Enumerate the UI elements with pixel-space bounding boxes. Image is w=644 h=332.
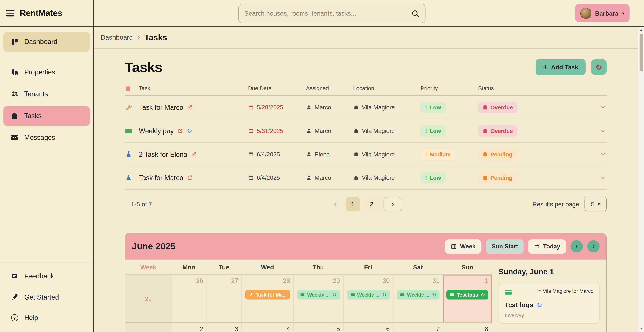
calendar-day-cell[interactable]: 3 xyxy=(206,322,242,332)
credit-card-icon xyxy=(125,127,139,134)
external-link-icon[interactable] xyxy=(178,128,183,134)
week-number xyxy=(125,322,171,332)
credit-card-icon xyxy=(400,292,404,297)
task-title: 2 Task for Elena xyxy=(139,150,187,158)
sidebar-divider xyxy=(0,262,93,262)
calendar-prev-button[interactable]: ‹ xyxy=(570,240,583,252)
chevron-down-icon[interactable] xyxy=(590,174,606,181)
sun-start-button[interactable]: Sun Start xyxy=(486,239,524,254)
event-card[interactable]: In Vila Magiore for Marco Test logs ↻ nw… xyxy=(499,282,600,323)
calendar-day-cell[interactable]: 5 xyxy=(293,322,343,332)
scrollbar[interactable]: ▲ ▼ xyxy=(638,27,644,332)
search-icon[interactable] xyxy=(411,9,419,18)
page-button-1[interactable]: 1 xyxy=(346,197,360,211)
sidebar-item-properties[interactable]: Properties xyxy=(3,62,90,82)
day-header-sun: Sun xyxy=(443,260,492,274)
event-context: In Vila Magiore for Marco xyxy=(516,288,594,295)
sidebar-item-tasks[interactable]: Tasks xyxy=(3,106,90,126)
calendar-day-cell[interactable]: 2 xyxy=(171,322,206,332)
next-page-button[interactable]: › xyxy=(384,197,402,211)
priority-badge: !Low xyxy=(420,125,445,136)
table-row[interactable]: 2 Task for Elena 6/4/2025 Elena xyxy=(125,143,606,166)
sidebar-item-label: Help xyxy=(24,314,38,322)
breadcrumb: Dashboard › Tasks xyxy=(94,27,638,49)
table-row[interactable]: Weekly pay ↻ 5/31/2025 Marco xyxy=(125,119,606,143)
calendar-day-cell[interactable]: 7 xyxy=(393,322,443,332)
calendar-day-cell-selected[interactable]: 1 Test logs ↻ xyxy=(443,274,492,322)
day-detail-title: Sunday, June 1 xyxy=(499,267,600,276)
home-icon xyxy=(353,175,359,181)
calendar-day-cell[interactable]: 4 xyxy=(242,322,293,332)
calendar-event[interactable]: Weekly ... ↻ xyxy=(397,290,440,299)
refresh-button[interactable]: ↻ xyxy=(591,59,607,75)
calendar-event[interactable]: Weekly ... ↻ xyxy=(297,290,340,299)
sidebar-item-label: Messages xyxy=(24,134,55,141)
calendar-day-cell[interactable]: 27 xyxy=(206,274,242,322)
event-note: nwetyyy xyxy=(505,312,594,318)
sidebar-item-help[interactable]: ? Help xyxy=(3,308,90,328)
chevron-down-icon: ▾ xyxy=(598,201,600,207)
chevron-down-icon[interactable] xyxy=(590,104,606,111)
sidebar-footer: Feedback Get Started ? Help xyxy=(0,258,93,332)
week-view-button[interactable]: Week xyxy=(445,239,481,254)
assigned-name: Elena xyxy=(314,151,330,157)
calendar-day-cell[interactable]: 6 xyxy=(343,322,393,332)
results-per-page-select[interactable]: 5 ▾ xyxy=(584,197,606,211)
recurring-icon: ↻ xyxy=(332,292,336,298)
sidebar-item-get-started[interactable]: Get Started xyxy=(3,287,90,307)
sidebar-item-dashboard[interactable]: Dashboard xyxy=(3,32,90,52)
refresh-icon: ↻ xyxy=(596,62,602,72)
calendar-day-cell[interactable]: 30 Weekly ... ↻ xyxy=(343,274,393,322)
mail-icon xyxy=(10,134,18,141)
breadcrumb-dashboard[interactable]: Dashboard xyxy=(100,34,133,41)
external-link-icon[interactable] xyxy=(191,151,197,157)
calendar-day-cell[interactable]: 26 xyxy=(171,274,206,322)
date-number: 5 xyxy=(297,325,340,332)
calendar-event[interactable]: Test logs ↻ xyxy=(447,290,488,299)
task-title: Task for Marco xyxy=(139,174,183,182)
calendar-day-cell[interactable]: 8 xyxy=(443,322,492,332)
scroll-down-icon[interactable]: ▼ xyxy=(640,326,642,331)
chevron-down-icon[interactable] xyxy=(590,151,606,158)
calendar-day-cell[interactable]: 28 Task for Ma... xyxy=(242,274,293,322)
date-number: 29 xyxy=(297,277,340,285)
person-icon xyxy=(306,175,312,181)
external-link-icon[interactable] xyxy=(187,175,193,181)
calendar-event[interactable]: Weekly ... ↻ xyxy=(347,290,390,299)
sidebar-item-messages[interactable]: Messages xyxy=(3,128,90,147)
chevron-down-icon[interactable] xyxy=(590,127,606,134)
external-link-icon[interactable] xyxy=(187,104,193,110)
search-input[interactable] xyxy=(244,10,411,17)
tasks-table: Task Due Date Assigned Location Priority… xyxy=(125,81,606,190)
home-icon xyxy=(353,128,359,134)
grid-icon xyxy=(451,243,457,250)
today-button[interactable]: Today xyxy=(528,239,566,254)
search-bar[interactable] xyxy=(238,4,426,23)
calendar-next-button[interactable]: › xyxy=(587,240,600,252)
calendar-grid: Week Mon Tue Wed Thu Fri Sat Sun 22 26 xyxy=(125,260,492,332)
menu-icon[interactable] xyxy=(6,10,14,17)
calendar-day-cell[interactable]: 31 Weekly ... ↻ xyxy=(393,274,443,322)
sidebar-item-tenants[interactable]: Tenants xyxy=(3,84,90,104)
page-button-2[interactable]: 2 xyxy=(364,197,379,211)
sidebar-item-feedback[interactable]: Feedback xyxy=(3,266,90,286)
scrollbar-thumb[interactable] xyxy=(639,34,643,72)
col-task: Task xyxy=(139,85,248,91)
sidebar-item-label: Properties xyxy=(24,68,55,76)
clipboard-icon xyxy=(483,128,488,133)
table-row[interactable]: Task for Marco 5/28/2025 Marco xyxy=(125,96,606,119)
prev-page-button[interactable]: ‹ xyxy=(330,197,341,211)
day-header-sat: Sat xyxy=(393,260,443,274)
table-row[interactable]: Task for Marco 6/4/2025 Marco xyxy=(125,166,606,190)
people-icon xyxy=(10,90,18,98)
user-menu[interactable]: Barbara ▾ xyxy=(575,4,630,22)
dashboard-icon xyxy=(10,38,18,46)
col-priority: Priority xyxy=(420,85,478,91)
day-header-fri: Fri xyxy=(343,260,393,274)
add-task-button[interactable]: + Add Task xyxy=(536,59,586,75)
calendar-day-cell[interactable]: 29 Weekly ... ↻ xyxy=(293,274,343,322)
sidebar-item-label: Tenants xyxy=(24,90,48,98)
calendar-event[interactable]: Task for Ma... xyxy=(246,290,290,299)
scroll-up-icon[interactable]: ▲ xyxy=(640,28,642,32)
assigned-name: Marco xyxy=(314,104,331,111)
